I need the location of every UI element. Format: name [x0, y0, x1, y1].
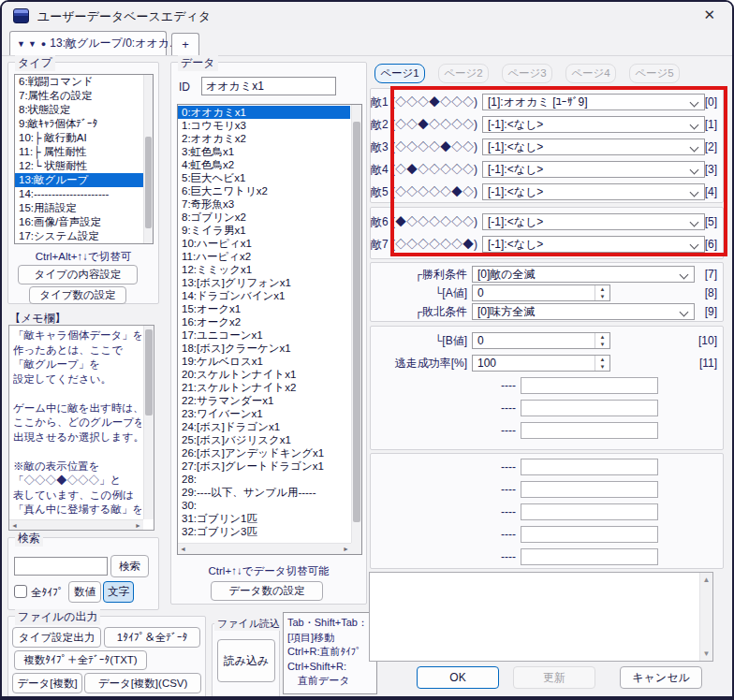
text-input[interactable]	[521, 526, 658, 543]
type-list-scroll-thumb[interactable]	[145, 137, 152, 228]
data-list-item[interactable]: 4:虹色鳥x2	[178, 158, 350, 171]
dropdown[interactable]: [-1]:<なし>	[482, 161, 705, 178]
id-input[interactable]: オオカミx1	[201, 77, 336, 95]
data-list-item[interactable]: 31:ゴブリン1匹	[178, 512, 350, 525]
text-input[interactable]	[521, 400, 658, 416]
search-button[interactable]: 検索	[110, 555, 149, 577]
data-list-item[interactable]: 11:ハーピィx2	[178, 250, 350, 263]
data-list-item[interactable]: 14:ドラゴンバインx1	[178, 289, 350, 302]
page-tab-3[interactable]: ページ3	[502, 64, 552, 83]
data-list-item[interactable]: 30:	[178, 499, 350, 512]
data-list-item[interactable]: 26:[ボス]アンデッドキングx1	[178, 446, 350, 459]
type-list-item[interactable]: 7:属性名の設定	[15, 89, 153, 103]
data-list-item[interactable]: 28:	[178, 473, 350, 486]
data-list-item[interactable]: 5:巨大ヘビx1	[178, 171, 350, 184]
data-list-item[interactable]: 25:[ボス]バジリスクx1	[178, 433, 350, 446]
memo-textarea[interactable]: ▲ ▼	[369, 572, 713, 662]
number-input[interactable]: 0▲▼	[472, 332, 610, 349]
title-bar[interactable]: ユーザーデータベースエディタ ✕	[2, 2, 732, 30]
page-tab-5[interactable]: ページ5	[629, 64, 680, 83]
type-list-item[interactable]: 17:システム設定	[15, 229, 153, 243]
data-list-item[interactable]: 19:ケルベロスx1	[178, 355, 350, 368]
data-list-item[interactable]: 18:[ボス]クラーケンx1	[178, 342, 350, 355]
dropdown[interactable]: [1]:オオカミ [ﾕｰｻﾞ9]	[482, 94, 705, 110]
text-input[interactable]	[521, 422, 658, 439]
text-input[interactable]	[521, 503, 658, 520]
data-list-item[interactable]: 0:オオカミx1	[178, 106, 350, 119]
data-list-item[interactable]: 24:[ボス]ドラゴンx1	[178, 420, 350, 433]
memo-vscroll-thumb[interactable]	[145, 329, 153, 416]
data-list-item[interactable]: 6:巨大ニワトリx2	[178, 184, 350, 197]
type-list-item[interactable]: 8:状態設定	[15, 103, 153, 117]
type-list-scrollbar[interactable]	[143, 75, 153, 243]
type-list-item[interactable]: 16:画像/音声設定	[15, 215, 153, 229]
document-tab[interactable]: ▼ ▼ ● 13:敵グループ/0:オオカ..	[9, 31, 167, 55]
data-list-vscroll-thumb[interactable]	[353, 122, 360, 522]
type-list-item[interactable]: 14:---------------------	[15, 187, 153, 201]
dropdown[interactable]: [0]味方全滅	[472, 303, 695, 320]
type-list-item[interactable]: 6:戦闘コマンド	[15, 75, 153, 89]
spin-up-icon[interactable]: ▲	[595, 285, 609, 293]
type-list-item[interactable]: 11:├ 属性耐性	[15, 145, 153, 159]
type-list-item[interactable]: 13:敵グループ	[15, 173, 153, 187]
spinner-buttons[interactable]: ▲▼	[595, 356, 609, 371]
data-list-item[interactable]: 27:[ボス]グレートドラゴンx1	[178, 459, 350, 473]
data-count-button[interactable]: データ数の設定	[211, 581, 323, 601]
close-icon[interactable]: ✕	[703, 7, 715, 23]
spin-down-icon[interactable]: ▼	[595, 341, 609, 348]
type-list-item[interactable]: 10:├ 敵行動AI	[15, 131, 153, 145]
data-list-item[interactable]: 3:虹色鳥x1	[178, 145, 350, 158]
type-content-button[interactable]: タイプの内容設定	[18, 265, 138, 284]
number-input[interactable]: 0▲▼	[472, 284, 610, 301]
scroll-right-icon[interactable]: ►	[343, 546, 349, 552]
data-list-vscrollbar[interactable]	[351, 105, 361, 543]
data-list-item[interactable]: 29:----以下、サンプル用-----	[178, 486, 350, 499]
data-list[interactable]: 0:オオカミx11:コウモリx32:オオカミx23:虹色鳥x14:虹色鳥x25:…	[177, 104, 362, 555]
data-multiple-csv-button[interactable]: データ[複数](CSV)	[84, 673, 201, 693]
text-input[interactable]	[521, 481, 658, 498]
all-type-checkbox[interactable]	[14, 585, 27, 598]
type-down-arrow-icon[interactable]: ▼	[17, 39, 25, 49]
text-search-button[interactable]: 文字	[103, 581, 134, 603]
spin-down-icon[interactable]: ▼	[595, 293, 609, 300]
data-list-item[interactable]: 16:オークx2	[178, 315, 350, 328]
data-list-item[interactable]: 9:ミイラ男x1	[178, 224, 350, 237]
scroll-left-icon[interactable]: ◄	[180, 546, 186, 552]
dropdown[interactable]: [-1]:<なし>	[482, 116, 705, 133]
scroll-up-icon[interactable]: ▲	[703, 576, 711, 584]
spin-up-icon[interactable]: ▲	[595, 333, 609, 341]
type-settings-export-button[interactable]: タイプ設定出力	[12, 627, 101, 648]
type-list-item[interactable]: 9:敵ｷｬﾗ個体ﾃﾞｰﾀ	[15, 117, 153, 131]
scroll-right-icon[interactable]: ►	[135, 522, 141, 529]
data-list-item[interactable]: 20:スケルトンナイトx1	[178, 368, 350, 381]
data-list-item[interactable]: 10:ハーピィx1	[178, 237, 350, 250]
data-list-item[interactable]: 32:ゴブリン3匹	[178, 525, 350, 538]
text-input[interactable]	[521, 459, 658, 475]
data-list-item[interactable]: 22:サラマンダーx1	[178, 394, 350, 407]
page-tab-1[interactable]: ページ1	[374, 64, 425, 83]
data-down-arrow-icon[interactable]: ▼	[28, 39, 37, 49]
data-list-item[interactable]: 7:奇形魚x3	[178, 197, 350, 211]
data-list-item[interactable]: 12:ミミックx1	[178, 263, 350, 276]
data-list-hscrollbar[interactable]: ◄ ►	[178, 543, 351, 554]
memo-hscrollbar[interactable]: ◄ ►	[9, 519, 143, 530]
dropdown[interactable]: [-1]:<なし>	[482, 236, 705, 253]
search-input[interactable]	[14, 557, 108, 576]
data-list-item[interactable]: 17:ユニコーンx1	[178, 328, 350, 342]
numeric-search-button[interactable]: 数値	[68, 581, 101, 603]
multi-type-all-data-txt-button[interactable]: 複数ﾀｲﾌﾟ＋全ﾃﾞｰﾀ(TXT)	[14, 650, 147, 670]
data-list-item[interactable]: 2:オオカミx2	[178, 132, 350, 145]
cancel-button[interactable]: キャンセル	[620, 666, 702, 689]
update-button[interactable]: 更新	[513, 666, 595, 689]
data-list-item[interactable]: 8:ゴブリンx2	[178, 211, 350, 224]
dropdown[interactable]: [0]敵の全滅	[472, 266, 695, 283]
add-tab-button[interactable]: +	[171, 33, 199, 55]
memo-vscrollbar[interactable]	[143, 326, 154, 519]
data-list-item[interactable]: 13:[ボス]グリフォンx1	[178, 276, 350, 289]
text-input[interactable]	[521, 377, 658, 394]
data-list-item[interactable]: 21:スケルトンナイトx2	[178, 381, 350, 394]
load-button[interactable]: 読み込み	[217, 639, 275, 682]
spinner-buttons[interactable]: ▲▼	[595, 285, 609, 300]
type-list-item[interactable]: 15:用語設定	[15, 201, 153, 215]
scroll-down-icon[interactable]: ▼	[703, 649, 711, 658]
